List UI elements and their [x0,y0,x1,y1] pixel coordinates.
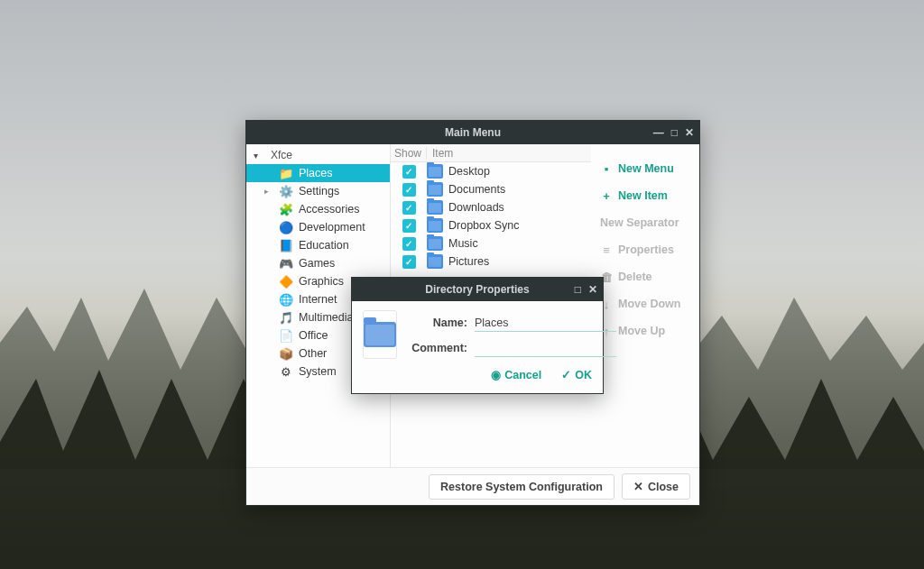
folder-icon [427,200,443,215]
graphics-icon: 🔶 [279,274,293,289]
name-label: Name: [408,317,467,329]
system-icon: ⚙ [279,364,293,379]
internet-icon: 🌐 [279,292,293,307]
restore-button[interactable]: Restore System Configuration [429,474,614,500]
multimedia-icon: 🎵 [279,310,293,325]
show-checkbox[interactable]: ✓ [402,219,416,233]
dialog-titlebar[interactable]: Directory Properties □ ✕ [352,278,603,301]
folder-icon [427,182,443,197]
settings-icon: ⚙️ [279,184,293,198]
sidebar-item-label: Internet [299,293,337,306]
sidebar-item-games[interactable]: 🎮Games [246,254,390,272]
item-label: Downloads [448,201,504,214]
name-input[interactable] [475,315,616,332]
sidebar-item-label: Development [299,221,365,234]
item-row[interactable]: ✓Downloads [391,198,591,216]
cancel-button[interactable]: ◉ Cancel [491,368,541,381]
footer: Restore System Configuration ✕ Close [246,467,699,505]
dialog-icon-button[interactable] [363,310,397,359]
maximize-icon[interactable]: □ [671,127,678,138]
show-checkbox[interactable]: ✓ [402,165,416,179]
caret-down-icon: ▾ [254,151,258,161]
plus-icon: + [600,189,613,203]
sidebar-item-label: System [299,365,337,378]
close-icon[interactable]: ✕ [685,127,694,138]
item-row[interactable]: ✓Desktop [391,162,591,180]
office-icon: 📄 [279,328,293,343]
folder-icon [364,322,396,347]
new-separator-button[interactable]: New Separator [600,209,688,236]
folder-icon [427,218,443,233]
show-checkbox[interactable]: ✓ [402,237,416,251]
properties-button[interactable]: ≡ Properties [600,236,688,263]
other-icon: 📦 [279,346,293,361]
show-checkbox[interactable]: ✓ [402,201,416,215]
actions-pane: ▪ New Menu + New Item New Separator ≡ Pr… [591,144,699,467]
show-checkbox[interactable]: ✓ [402,183,416,197]
check-icon: ✓ [561,368,571,381]
list-icon: ≡ [600,243,613,257]
main-titlebar[interactable]: Main Menu — □ ✕ [246,121,699,144]
delete-button[interactable]: 🗑 Delete [600,263,688,290]
new-item-button[interactable]: + New Item [600,182,688,209]
chevron-right-icon: ▸ [264,187,273,196]
item-row[interactable]: ✓Music [391,234,591,252]
item-row[interactable]: ✓Pictures [391,252,591,271]
ok-button[interactable]: ✓ OK [561,368,592,381]
education-icon: 📘 [279,238,293,252]
sidebar-root[interactable]: ▾ Xfce [246,146,390,164]
item-row[interactable]: ✓Dropbox Sync [391,216,591,234]
column-show[interactable]: Show [391,147,427,160]
item-row[interactable]: ✓Documents [391,180,591,198]
places-icon: 📁 [279,166,293,180]
show-checkbox[interactable]: ✓ [402,255,416,269]
sidebar-item-label: Other [299,347,327,360]
accessories-icon: 🧩 [279,202,293,216]
item-label: Dropbox Sync [448,219,520,232]
minimize-icon[interactable]: — [653,127,664,138]
x-icon: ✕ [633,480,643,493]
sidebar-item-development[interactable]: 🔵Development [246,218,390,236]
sidebar-item-education[interactable]: 📘Education [246,236,390,254]
sidebar-item-label: Settings [299,185,339,197]
sidebar-item-label: Places [299,167,333,179]
file-plus-icon: ▪ [600,162,613,176]
games-icon: 🎮 [279,256,293,271]
dialog-close-icon[interactable]: ✕ [588,284,597,295]
folder-icon [427,164,443,179]
folder-icon [427,254,443,269]
item-label: Music [448,237,478,250]
comment-input[interactable] [475,340,616,357]
sidebar-item-label: Accessories [299,203,359,216]
directory-properties-dialog: Directory Properties □ ✕ Name: Comment: [351,277,604,394]
item-label: Desktop [448,165,490,178]
sidebar-item-places[interactable]: 📁Places [246,164,390,182]
dialog-title: Directory Properties [425,283,529,296]
sidebar-item-accessories[interactable]: 🧩Accessories [246,200,390,218]
sidebar-root-label: Xfce [271,149,292,161]
sidebar-item-label: Education [299,239,349,252]
sidebar-item-settings[interactable]: ▸⚙️Settings [246,182,390,200]
sidebar-item-label: Games [299,257,335,270]
item-label: Documents [448,183,505,196]
new-menu-button[interactable]: ▪ New Menu [600,155,688,182]
dialog-maximize-icon[interactable]: □ [575,284,581,295]
close-button[interactable]: ✕ Close [622,473,690,500]
folder-icon [427,236,443,251]
sidebar-item-label: Graphics [299,275,344,288]
column-item[interactable]: Item [427,147,453,160]
comment-label: Comment: [408,342,467,354]
item-label: Pictures [448,255,489,268]
cancel-icon: ◉ [491,368,501,381]
sidebar-item-label: Multimedia [299,311,353,324]
main-title: Main Menu [445,126,501,139]
sidebar-item-label: Office [299,329,328,342]
development-icon: 🔵 [279,220,293,234]
